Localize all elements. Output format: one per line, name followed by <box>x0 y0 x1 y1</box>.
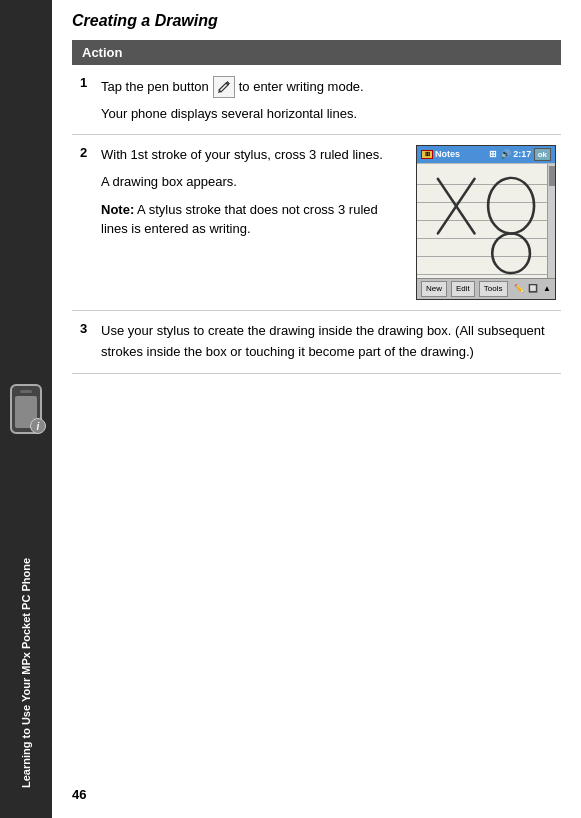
table-row: 2 With 1st stroke of your stylus, cross … <box>72 134 561 311</box>
notes-screenshot: ⊞ Notes ⊞ 🔊 2:17 ok <box>416 145 556 301</box>
sidebar-phone-icon: i <box>10 384 42 434</box>
tap-pen-text: Tap the pen button <box>101 75 209 98</box>
table-row: 3 Use your stylus to create the drawing … <box>72 311 561 374</box>
table-header-row: Action <box>72 40 561 65</box>
page-title: Creating a Drawing <box>72 12 561 30</box>
row3-text: Use your stylus to create the drawing in… <box>101 321 556 363</box>
note-text: Note: A stylus stroke that does not cros… <box>101 200 406 239</box>
step-content-2: With 1st stroke of your stylus, cross 3 … <box>96 134 561 311</box>
step-number-2: 2 <box>72 134 96 311</box>
notes-page-icon: ▲ <box>543 283 551 295</box>
notes-titlebar-right: ⊞ 🔊 2:17 ok <box>489 148 551 162</box>
note-body: A stylus stroke that does not cross 3 ru… <box>101 202 378 237</box>
notes-body <box>417 163 555 278</box>
notes-flag-icon: ⊞ <box>421 150 433 159</box>
notes-toolbar: New Edit Tools ✏️ 🔲 ▲ <box>417 278 555 299</box>
phone-speaker <box>20 390 32 393</box>
step-number-3: 3 <box>72 311 96 374</box>
phone-displays-text: Your phone displays several horizontal l… <box>101 104 556 124</box>
notes-new-button[interactable]: New <box>421 281 447 297</box>
svg-point-1 <box>492 234 530 274</box>
svg-point-0 <box>488 178 534 234</box>
notes-scrollbar[interactable] <box>547 164 555 278</box>
phone-graphic: i <box>10 384 42 434</box>
notes-titlebar: ⊞ Notes ⊞ 🔊 2:17 ok <box>417 146 555 164</box>
notes-extra-icon: 🔲 <box>528 283 538 295</box>
notes-title-text: Notes <box>435 148 460 162</box>
main-content: Creating a Drawing Action 1 Tap the pen … <box>52 0 581 818</box>
notes-title-left: ⊞ Notes <box>421 148 460 162</box>
enter-writing-text: to enter writing mode. <box>239 75 364 98</box>
sidebar-label: Learning to Use Your MPx Pocket PC Phone <box>19 558 33 788</box>
notes-tools-button[interactable]: Tools <box>479 281 508 297</box>
stylus-cross-text: With 1st stroke of your stylus, cross 3 … <box>101 145 406 165</box>
row2-inner: With 1st stroke of your stylus, cross 3 … <box>101 145 556 301</box>
table-row: 1 Tap the pen button to enter writin <box>72 65 561 134</box>
action-header: Action <box>72 40 561 65</box>
notes-time: 2:17 <box>513 149 531 159</box>
notes-ok-button[interactable]: ok <box>534 148 551 161</box>
notes-pen-icon: ✏️ <box>514 283 524 295</box>
sidebar: i Learning to Use Your MPx Pocket PC Pho… <box>0 0 52 818</box>
notes-icons: ⊞ 🔊 <box>489 149 513 159</box>
notes-edit-button[interactable]: Edit <box>451 281 475 297</box>
drawing-svg <box>417 164 555 278</box>
scrollbar-thumb <box>549 166 555 186</box>
instruction-table: Action 1 Tap the pen button <box>72 40 561 374</box>
row2-text-col: With 1st stroke of your stylus, cross 3 … <box>101 145 406 239</box>
step-content-1: Tap the pen button to enter writing mode… <box>96 65 561 134</box>
pen-button-icon <box>213 76 235 98</box>
row1-text: Tap the pen button to enter writing mode… <box>101 75 556 98</box>
step-content-3: Use your stylus to create the drawing in… <box>96 311 561 374</box>
step-number-1: 1 <box>72 65 96 134</box>
drawing-box-text: A drawing box appears. <box>101 172 406 192</box>
info-icon: i <box>30 418 46 434</box>
page-number: 46 <box>72 787 86 802</box>
note-label: Note: <box>101 202 134 217</box>
